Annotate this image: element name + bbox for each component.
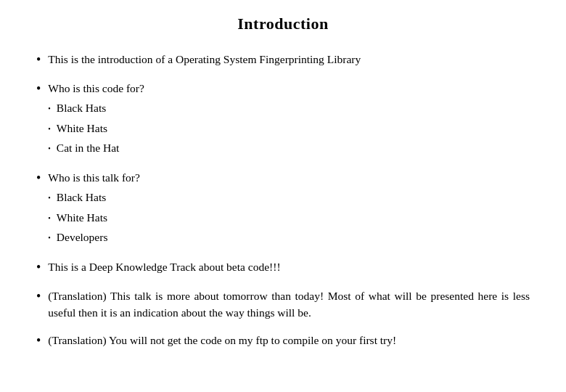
bullet-text: (Translation) This talk is more about to… (48, 287, 530, 322)
sub-list-item: • Developers (48, 229, 530, 245)
bullet-text: Who is this talk for? (48, 171, 140, 184)
page-title: Introduction (36, 15, 530, 33)
sub-bullet-text: White Hats (57, 120, 107, 136)
sub-bullet-dot: • (48, 232, 51, 243)
sub-bullet-dot: • (48, 213, 51, 224)
bullet-text: Who is this code for? (48, 82, 144, 94)
sub-list-item: • White Hats (48, 120, 530, 136)
list-item: • This is a Deep Knowledge Track about b… (36, 258, 530, 277)
sub-list-item: • White Hats (48, 209, 530, 226)
bullet-dot: • (36, 331, 41, 351)
sub-list-item: • Black Hats (48, 189, 530, 205)
bullet-text: (Translation) You will not get the code … (48, 332, 530, 348)
bullet-dot: • (36, 50, 41, 70)
sub-bullet-text: Developers (57, 229, 108, 245)
bullet-dot: • (36, 168, 41, 188)
list-item: • Who is this code for? • Black Hats • W… (36, 80, 530, 159)
bullet-text: This is a Deep Knowledge Track about bet… (48, 258, 530, 275)
list-item: • (Translation) This talk is more about … (36, 287, 530, 322)
bullet-dot: • (36, 258, 41, 277)
bullet-dot: • (36, 79, 41, 99)
sub-bullet-text: Black Hats (57, 99, 106, 116)
list-item: • This is the introduction of a Operatin… (36, 51, 530, 70)
bullet-content: Who is this talk for? • Black Hats • Whi… (48, 169, 530, 248)
sub-list-item: • Black Hats (48, 99, 530, 116)
sub-list-item: • Cat in the Hat (48, 139, 530, 156)
sub-bullet-dot: • (48, 123, 51, 134)
sub-bullet-dot: • (48, 143, 51, 154)
sub-bullet-list: • Black Hats • White Hats • Developers (48, 189, 530, 245)
list-item: • Who is this talk for? • Black Hats • W… (36, 169, 530, 248)
bullet-content: Who is this code for? • Black Hats • Whi… (48, 80, 530, 159)
list-item: • (Translation) You will not get the cod… (36, 332, 530, 351)
sub-bullet-text: Black Hats (57, 189, 106, 205)
main-bullet-list: • This is the introduction of a Operatin… (36, 51, 530, 351)
bullet-text: This is the introduction of a Operating … (48, 51, 530, 68)
bullet-dot: • (36, 287, 41, 306)
sub-bullet-dot: • (48, 192, 51, 203)
sub-bullet-list: • Black Hats • White Hats • Cat in the H… (48, 99, 530, 156)
sub-bullet-text: White Hats (57, 209, 107, 226)
sub-bullet-dot: • (48, 103, 51, 114)
sub-bullet-text: Cat in the Hat (57, 139, 120, 156)
